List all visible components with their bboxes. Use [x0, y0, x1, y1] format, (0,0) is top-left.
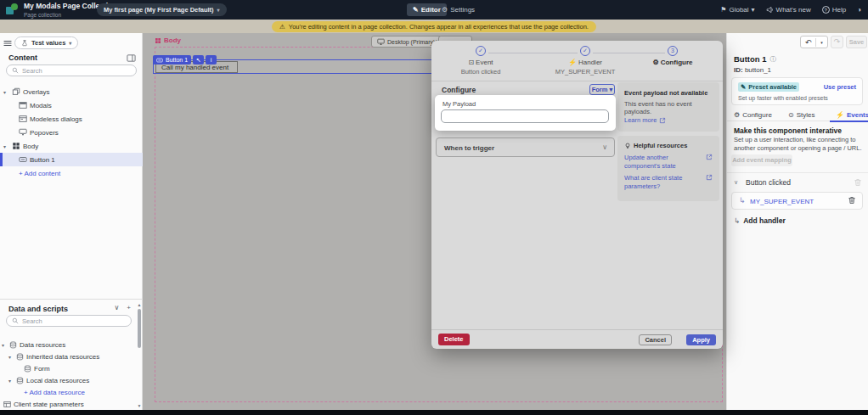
undo-icon[interactable]: ↶: [801, 38, 816, 47]
bottom-bar: [0, 410, 868, 415]
undo-button[interactable]: ↶ ▾: [800, 36, 828, 48]
help-button[interactable]: ? Help: [822, 6, 846, 14]
whats-new-button[interactable]: What's new: [766, 6, 811, 14]
tree-item-label: Client state parameters: [14, 401, 84, 408]
content-search-input[interactable]: [22, 67, 124, 75]
resource-link-component-state[interactable]: Update another component's state: [624, 154, 701, 170]
data-search-input[interactable]: [22, 317, 124, 325]
info-icon: i: [211, 57, 212, 63]
tree-item-body[interactable]: ▾ Body: [0, 139, 143, 153]
payload-input[interactable]: [441, 109, 609, 123]
event-row-button-clicked[interactable]: ∨ Button clicked: [727, 176, 868, 189]
tree-item-data-resources[interactable]: ▾ Data resources: [0, 339, 143, 351]
tab-events[interactable]: ⚡ Events: [836, 108, 868, 121]
grid-icon: [12, 142, 20, 150]
active-tab-underline: [830, 121, 868, 122]
scroll-up-icon[interactable]: ▲: [137, 302, 142, 307]
body-label[interactable]: Body: [155, 36, 181, 44]
learn-more-link[interactable]: Learn more: [624, 116, 666, 124]
add-content-label: + Add content: [19, 170, 60, 177]
external-link-icon: [706, 154, 713, 160]
trash-icon[interactable]: [848, 196, 856, 205]
editor-tab[interactable]: ✎ Editor: [407, 3, 447, 16]
preset-badge: ✎ Preset available: [738, 82, 799, 92]
caret-down-icon: ▾: [8, 378, 11, 384]
content-tree: ▾ Overlays Modals Modeless dialogs Popov…: [0, 85, 143, 180]
when-to-trigger-accordion[interactable]: When to trigger ∨: [436, 137, 615, 157]
window-icon: [3, 401, 11, 408]
handler-name[interactable]: MY_SUPER_EVENT: [750, 198, 814, 205]
left-sidebar: Test values ▾ Content ▾ Overlays Modals …: [0, 33, 143, 410]
database-icon: [9, 341, 17, 349]
tree-item-modeless-dialogs[interactable]: Modeless dialogs: [0, 112, 143, 126]
collapse-chevron-icon[interactable]: ∨: [114, 304, 119, 311]
handler-card[interactable]: ↳ MY_SUPER_EVENT: [731, 192, 863, 210]
scroll-down-icon[interactable]: ▼: [137, 403, 142, 408]
search-icon: [12, 317, 19, 324]
tree-item-client-state-parameters[interactable]: Client state parameters: [0, 398, 143, 410]
add-event-mapping-button[interactable]: Add event mapping: [731, 154, 792, 166]
popover-icon: [19, 128, 27, 137]
event-row-label: Button clicked: [746, 178, 791, 187]
tab-configure[interactable]: ⚙ Configure: [734, 108, 772, 121]
content-search[interactable]: [6, 64, 137, 76]
add-data-resource-link[interactable]: + Add data resource: [0, 386, 143, 398]
data-search[interactable]: [6, 315, 132, 327]
add-data-icon[interactable]: +: [127, 304, 131, 311]
tree-item-label: Form: [34, 365, 50, 373]
global-menu[interactable]: ⚑ Global ▾: [720, 6, 754, 14]
selected-component-chip[interactable]: Button 1: [153, 55, 191, 64]
tree-item-form[interactable]: Form: [0, 362, 143, 374]
tree-item-button-1[interactable]: Button 1: [0, 153, 143, 166]
trash-icon[interactable]: [854, 178, 862, 187]
step-configure[interactable]: 3 ⚙ Configure: [634, 46, 711, 66]
step-handler[interactable]: ✓ ⚡ Handler MY_SUPER_EVENT: [547, 46, 623, 76]
content-panel-heading: Content: [8, 53, 37, 62]
theme-toggle[interactable]: ◑: [857, 6, 861, 14]
add-content-link[interactable]: + Add content: [0, 166, 143, 180]
data-tree: ▾ Data resources ▾ Inherited data resour…: [0, 339, 143, 410]
scrollbar[interactable]: ▲ ▼: [137, 302, 142, 408]
cancel-button[interactable]: Cancel: [639, 334, 672, 345]
flag-icon: ⚑: [720, 6, 726, 14]
settings-tab-label: Settings: [450, 6, 475, 14]
tab-styles[interactable]: ⊙ Styles: [788, 108, 815, 121]
info-icon[interactable]: ⓘ: [770, 55, 777, 64]
save-button[interactable]: Save: [846, 36, 867, 48]
component-info-chip[interactable]: i: [206, 55, 217, 64]
scrollbar-thumb[interactable]: [138, 309, 141, 348]
warning-banner-bar: ⚠ You're editing content in a page colle…: [0, 20, 868, 33]
tree-item-inherited-data-resources[interactable]: ▾ Inherited data resources: [0, 351, 143, 362]
tree-item-popovers[interactable]: Popovers: [0, 126, 143, 139]
database-icon: [24, 365, 31, 373]
form-mode-button[interactable]: Form ▾: [589, 84, 615, 95]
event-payload-title: Event payload not available: [624, 89, 707, 97]
global-label: Global: [729, 6, 748, 14]
redo-button[interactable]: ↷: [831, 36, 843, 48]
tree-item-local-data-resources[interactable]: ▾ Local data resources: [0, 374, 143, 386]
component-id-label: ID:: [734, 66, 743, 74]
preset-description: Set up faster with enabled presets: [738, 95, 828, 101]
add-handler-link[interactable]: ↳ Add handler: [734, 216, 786, 225]
delete-button[interactable]: Delete: [438, 334, 470, 345]
learn-more-label: Learn more: [624, 116, 657, 124]
collapse-panel-icon[interactable]: [127, 53, 136, 63]
lightning-icon: ⚡: [568, 59, 577, 66]
use-preset-link[interactable]: Use preset: [824, 83, 856, 91]
undo-caret-icon[interactable]: ▾: [816, 40, 827, 45]
step-label: Handler: [578, 59, 602, 66]
env-selector[interactable]: Test values ▾: [14, 36, 78, 49]
tree-item-overlays[interactable]: ▾ Overlays: [0, 85, 143, 98]
menu-icon[interactable]: [3, 39, 12, 48]
settings-tab[interactable]: ⚙ Settings: [442, 3, 475, 16]
select-parent-chip[interactable]: ↖: [193, 55, 204, 64]
step-event[interactable]: ✓ ⊡ Event Button clicked: [442, 46, 519, 76]
apply-button[interactable]: Apply: [686, 334, 716, 345]
caret-down-icon: ▾: [2, 342, 4, 348]
chevron-down-icon[interactable]: ∨: [734, 179, 738, 186]
caret-down-icon: ▾: [8, 354, 11, 360]
tree-item-modals[interactable]: Modals: [0, 98, 143, 112]
page-selector[interactable]: My first page (My First Page Default) ▾: [97, 3, 227, 16]
resource-link-client-state[interactable]: What are client state parameters?: [624, 174, 701, 190]
configure-section-label: Configure: [442, 86, 476, 94]
